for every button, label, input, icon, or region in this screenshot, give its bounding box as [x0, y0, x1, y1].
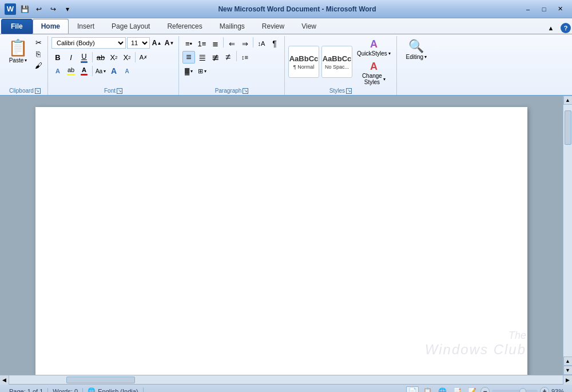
decrease-indent-button[interactable]: ⇐ [225, 37, 238, 50]
align-right-button[interactable]: ≢ [209, 51, 221, 64]
shading-button[interactable]: ▓▾ [182, 65, 195, 77]
font-expander[interactable]: ↘ [117, 88, 122, 94]
view-print-button[interactable]: 📄 [406, 386, 419, 393]
horizontal-scrollbar[interactable]: ◀ ▶ [0, 375, 572, 384]
copy-button[interactable]: ⎘ [33, 49, 44, 59]
language-button[interactable]: 🌐 English (India) [83, 387, 143, 392]
paste-button[interactable]: 📋 Paste▾ [6, 37, 30, 65]
multilevel-list-button[interactable]: ≣ [209, 37, 221, 50]
watermark-line2: Windows Club [425, 342, 526, 358]
font-name-select[interactable]: Calibri (Body) [51, 37, 126, 49]
quick-styles-button[interactable]: A QuickStyles▾ [355, 37, 393, 58]
watermark: The Windows Club [425, 330, 526, 358]
para-row-1: ≡• 1≡ ≣ ⇐ ⇒ ↕A ¶ [182, 37, 281, 50]
h-scroll-left-button[interactable]: ◀ [0, 375, 9, 385]
font-large-a-button[interactable]: A [108, 65, 120, 77]
font-format-row-2: A ab A Aa▾ A [51, 65, 133, 77]
language-icon: 🌐 [88, 387, 96, 392]
align-center-button[interactable]: ≣ [196, 51, 208, 64]
tab-references[interactable]: References [158, 19, 210, 34]
h-scroll-thumb[interactable] [66, 377, 135, 383]
font-group: Calibri (Body) 11 A▲ A▼ B I U [48, 36, 179, 95]
view-draft-button[interactable]: 📝 [466, 386, 478, 393]
tab-mailings[interactable]: Mailings [211, 19, 253, 34]
tab-review[interactable]: Review [253, 19, 293, 34]
line-spacing-button[interactable]: ↕≡ [239, 51, 251, 64]
cut-button[interactable]: ✂ [33, 37, 44, 47]
zoom-decrease-button[interactable]: − [480, 387, 490, 393]
undo-quick-btn[interactable]: ↩ [33, 3, 45, 15]
document-area[interactable]: The Windows Club [0, 96, 563, 375]
font-small-a-button[interactable]: A [121, 65, 133, 77]
styles-label: Styles ↘ [288, 86, 393, 95]
vertical-scrollbar[interactable]: ▲ ▲ ▼ [563, 96, 572, 375]
clear-formatting-button[interactable]: A✗ [137, 51, 150, 64]
fmt-separator-2 [135, 52, 136, 62]
subscript-button[interactable]: X2 [108, 51, 120, 64]
scroll-down-top[interactable]: ▲ [563, 357, 573, 366]
tab-home[interactable]: Home [33, 19, 69, 34]
words-status[interactable]: Words: 0 [48, 388, 83, 393]
tab-insert[interactable]: Insert [69, 19, 103, 34]
clipboard-expander[interactable]: ↘ [35, 88, 41, 94]
borders-button[interactable]: ⊞▾ [196, 65, 208, 77]
zoom-increase-button[interactable]: + [540, 387, 549, 393]
scroll-thumb[interactable] [565, 110, 571, 145]
scroll-track[interactable] [564, 105, 572, 357]
view-web-button[interactable]: 🌐 [436, 386, 448, 393]
text-effects-button[interactable]: A [51, 65, 64, 77]
save-quick-btn[interactable]: 💾 [18, 3, 31, 15]
strikethrough-button[interactable]: ab [94, 51, 107, 64]
show-hide-button[interactable]: ¶ [268, 37, 281, 50]
change-styles-button[interactable]: A ChangeStyles▾ [355, 60, 393, 86]
close-button[interactable]: ✕ [553, 3, 567, 15]
style-normal-item[interactable]: AaBbCc ¶ Normal [288, 46, 319, 78]
zoom-track[interactable] [492, 390, 538, 393]
bold-button[interactable]: B [51, 51, 64, 64]
view-fullscreen-button[interactable]: 📋 [421, 386, 434, 393]
style-nospace-item[interactable]: AaBbCc No Spac... [321, 46, 352, 78]
editing-icon: 🔍 [408, 39, 424, 54]
h-scroll-track[interactable] [9, 375, 563, 384]
editing-label: Editing▾ [406, 54, 427, 60]
scroll-up-button[interactable]: ▲ [563, 96, 573, 105]
minimize-button[interactable]: – [521, 3, 535, 15]
zoom-percentage[interactable]: 93% [551, 388, 567, 393]
sort-button[interactable]: ↕A [255, 37, 268, 50]
underline-button[interactable]: U [78, 51, 90, 64]
scroll-down-button[interactable]: ▼ [563, 366, 573, 375]
numbering-button[interactable]: 1≡ [196, 37, 208, 50]
quick-access-dropdown[interactable]: ▾ [61, 3, 74, 15]
zoom-thumb[interactable] [519, 388, 526, 393]
help-icon[interactable]: ? [561, 23, 571, 33]
redo-quick-btn[interactable]: ↪ [47, 3, 59, 15]
text-highlight-button[interactable]: ab [65, 65, 77, 77]
para-sep-1 [223, 37, 224, 47]
font-size-decrease-btn[interactable]: A▼ [164, 37, 175, 49]
ribbon-minimize-icon[interactable]: ▲ [543, 22, 558, 34]
paragraph-expander[interactable]: ↘ [243, 88, 248, 94]
font-size-select[interactable]: 11 [127, 37, 150, 49]
casing-button[interactable]: Aa▾ [94, 65, 107, 77]
increase-indent-button[interactable]: ⇒ [239, 37, 251, 50]
editing-button[interactable]: 🔍 Editing▾ [400, 37, 432, 62]
font-color-button[interactable]: A [78, 65, 90, 77]
tab-page-layout[interactable]: Page Layout [103, 19, 158, 34]
align-left-button[interactable]: ≡ [182, 51, 195, 64]
font-size-increase-btn[interactable]: A▲ [151, 37, 162, 49]
document-page[interactable]: The Windows Club [35, 107, 527, 375]
format-painter-button[interactable]: 🖌 [33, 60, 44, 70]
view-outline-button[interactable]: 📑 [451, 386, 463, 393]
superscript-button[interactable]: X2 [121, 51, 133, 64]
styles-expander[interactable]: ↘ [346, 88, 352, 94]
para-sep-3 [236, 51, 237, 61]
italic-button[interactable]: I [65, 51, 77, 64]
h-scroll-right-button[interactable]: ▶ [563, 375, 572, 385]
bullets-button[interactable]: ≡• [182, 37, 195, 50]
style-nospace-label: No Spac... [325, 64, 349, 70]
tab-file[interactable]: File [1, 19, 33, 34]
maximize-button[interactable]: □ [537, 3, 551, 15]
justify-button[interactable]: ≠ [222, 51, 235, 64]
tab-view[interactable]: View [293, 19, 325, 34]
page-status[interactable]: Page: 1 of 1 [5, 388, 48, 393]
